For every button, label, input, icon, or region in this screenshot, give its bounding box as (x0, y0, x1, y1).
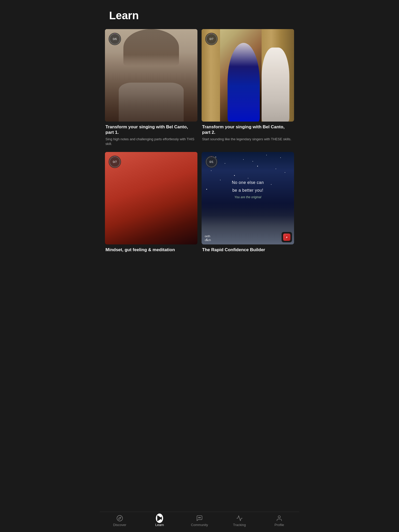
learn-icon (156, 515, 163, 522)
progress-circle-1: 0/6 (108, 32, 122, 46)
pip-app-badge[interactable]: P (282, 232, 292, 242)
course-info-1: Transform your singing with Bel Canto, p… (105, 122, 197, 148)
course-card-bel-canto-1[interactable]: 0/6 Transform your singing with Bel Cant… (105, 29, 197, 148)
svg-point-18 (198, 517, 199, 518)
community-icon (196, 515, 203, 522)
course-thumbnail-2: 0/7 (202, 29, 294, 122)
progress-badge-1: 0/6 (108, 32, 122, 46)
progress-label-3: 0/7 (108, 155, 122, 169)
course-title-3: Mindset, gut feeling & meditation (105, 247, 197, 252)
progress-label-1: 0/6 (108, 32, 122, 46)
progress-circle-4: 0/1 (205, 155, 218, 169)
person-white (262, 48, 289, 122)
nav-arrow[interactable]: ‹ (204, 236, 210, 242)
compass-icon (116, 515, 123, 522)
course-title-2: Transform your singing with Bel Canto, p… (202, 124, 294, 135)
progress-circle-2: 0/7 (205, 32, 218, 46)
tab-discover[interactable]: Discover (109, 515, 130, 527)
confidence-line1: No one else can (206, 180, 289, 185)
course-info-3: Mindset, gut feeling & meditation (105, 244, 197, 256)
progress-label-2: 0/7 (205, 32, 218, 46)
tab-tracking[interactable]: Tracking (229, 515, 250, 527)
course-thumbnail-1: 0/6 (105, 29, 197, 122)
course-thumbnail-3: 0/7 (105, 152, 197, 244)
progress-badge-3: 0/7 (108, 155, 122, 169)
progress-badge-2: 0/7 (205, 32, 218, 46)
tab-bar: Discover Learn Community (100, 512, 299, 532)
course-title-1: Transform your singing with Bel Canto, p… (105, 124, 197, 135)
svg-marker-15 (118, 517, 121, 519)
courses-grid: 0/6 Transform your singing with Bel Cant… (100, 27, 299, 287)
page-header: Learn (100, 0, 299, 27)
svg-point-20 (200, 517, 201, 518)
course-desc-2: Start sounding like the legendary singer… (202, 137, 294, 142)
course-card-mindset[interactable]: 0/7 Mindset, gut feeling & meditation (105, 152, 197, 256)
course-thumbnail-4: No one else can be a better you! You are… (202, 152, 294, 244)
svg-point-14 (117, 515, 123, 521)
progress-circle-3: 0/7 (108, 155, 122, 169)
tab-learn-label: Learn (155, 523, 164, 527)
progress-badge-4: 0/1 (205, 155, 218, 169)
page-title: Learn (109, 9, 290, 22)
confidence-sub: You are the original (206, 195, 289, 199)
tab-learn[interactable]: Learn (149, 515, 170, 527)
tab-community-label: Community (191, 523, 208, 527)
clouds-overlay (202, 203, 294, 244)
svg-point-21 (278, 516, 281, 518)
tab-discover-label: Discover (113, 523, 127, 527)
confidence-overlay-text: No one else can be a better you! You are… (206, 180, 289, 199)
hair-overlay-1 (123, 29, 179, 66)
tab-tracking-label: Tracking (233, 523, 246, 527)
body-overlay-1 (119, 83, 183, 122)
course-card-rapid-confidence[interactable]: No one else can be a better you! You are… (202, 152, 294, 256)
tab-profile-label: Profile (275, 523, 284, 527)
course-info-4: The Rapid Confidence Builder (202, 244, 294, 256)
course-desc-1: Sing high notes and challenging parts ef… (105, 137, 197, 146)
svg-marker-16 (158, 516, 162, 521)
svg-text:P: P (286, 236, 288, 239)
course-info-2: Transform your singing with Bel Canto, p… (202, 122, 294, 143)
course-card-bel-canto-2[interactable]: 0/7 Transform your singing with Bel Cant… (202, 29, 294, 148)
confidence-line2: be a better you! (206, 188, 289, 193)
tab-profile[interactable]: Profile (269, 515, 290, 527)
progress-label-4: 0/1 (205, 155, 218, 169)
profile-icon (276, 515, 283, 522)
tab-active-indicator (156, 514, 163, 523)
svg-point-19 (199, 517, 200, 518)
pip-icon: P (283, 234, 290, 241)
person-blue-dress (228, 43, 260, 122)
course-title-4: The Rapid Confidence Builder (202, 247, 294, 252)
tab-community[interactable]: Community (189, 515, 210, 527)
tracking-icon (236, 515, 243, 522)
